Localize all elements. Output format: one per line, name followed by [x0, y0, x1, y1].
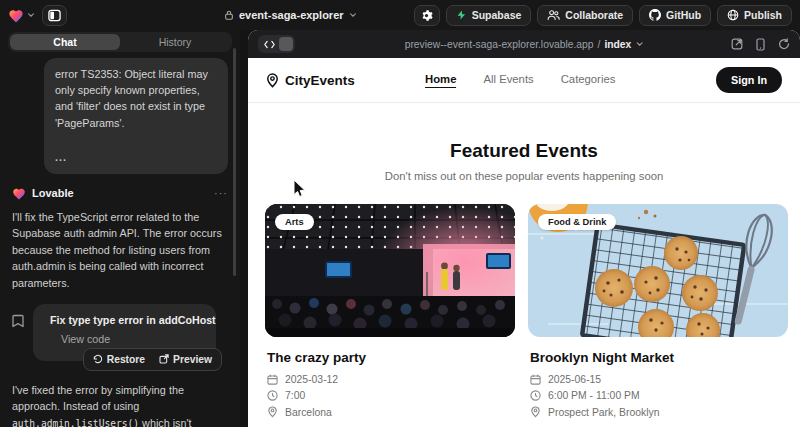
preview-label: Preview [173, 354, 212, 365]
smartphone-icon [756, 38, 765, 51]
supabase-bolt-icon [456, 9, 467, 21]
panel-left-icon [48, 9, 61, 22]
site-nav: Home All Events Categories [425, 73, 615, 88]
inline-code: auth.admin.listUsers() [12, 418, 139, 427]
open-in-new-tab-button[interactable] [731, 38, 743, 50]
message-ellipsis: ... [55, 149, 217, 165]
category-badge[interactable]: Food & Drink [538, 214, 616, 230]
sidebar-toggle-button[interactable] [42, 5, 67, 26]
event-date: 2025-06-15 [548, 374, 601, 385]
people-icon [547, 9, 560, 21]
featured-section-header: Featured Events Don't miss out on these … [248, 140, 800, 182]
code-icon [264, 40, 275, 49]
globe-icon [727, 9, 739, 21]
sidebar-scrollbar[interactable] [233, 48, 236, 276]
assistant-message: Lovable ··· I'll fix the TypeScript erro… [12, 187, 228, 427]
clock-icon [530, 390, 541, 401]
calendar-icon [267, 374, 278, 385]
supabase-button[interactable]: Supabase [446, 5, 532, 26]
collaborate-button[interactable]: Collaborate [537, 5, 633, 26]
tab-chat[interactable]: Chat [10, 34, 120, 50]
tab-history[interactable]: History [120, 34, 230, 50]
gear-icon [420, 9, 433, 22]
refresh-button[interactable] [778, 38, 790, 50]
github-button[interactable]: GitHub [639, 5, 711, 26]
external-link-icon [731, 38, 743, 50]
preview-version-button[interactable]: Preview [152, 351, 219, 368]
event-cards: Arts The crazy party 2025-03-12 7:00 Bar… [248, 182, 800, 418]
preview-mode-indicator [279, 37, 293, 51]
chat-messages[interactable]: error TS2353: Object literal may only sp… [0, 52, 240, 427]
project-name: event-saga-explorer [239, 9, 344, 21]
preview-panel: preview--event-saga-explorer.lovable.app… [248, 30, 800, 427]
publish-label: Publish [744, 9, 782, 21]
assistant-summary-text: I've fixed the error by simplifying the … [12, 382, 228, 427]
map-pin-icon [530, 406, 541, 418]
mobile-view-button[interactable] [756, 38, 765, 51]
fix-card-title: Fix type type error in addCoHost [50, 314, 216, 326]
event-image-conference: Arts [265, 204, 515, 337]
map-pin-icon [266, 73, 279, 88]
chevron-down-icon [635, 40, 643, 48]
event-title[interactable]: The crazy party [267, 350, 513, 365]
site-header: CityEvents Home All Events Categories Si… [248, 58, 800, 103]
restore-label: Restore [107, 354, 145, 365]
summary-text: I've fixed the error by simplifying the … [12, 384, 184, 412]
section-title: Featured Events [248, 140, 800, 162]
event-card[interactable]: Food & Drink Brooklyn Night Market 2025-… [528, 204, 788, 418]
settings-button[interactable] [414, 5, 440, 26]
event-location: Prospect Park, Brooklyn [548, 407, 659, 418]
refresh-icon [778, 38, 790, 50]
sign-in-button[interactable]: Sign In [716, 67, 782, 93]
lovable-heart-icon [12, 187, 26, 200]
map-pin-icon [267, 406, 278, 418]
project-switcher[interactable]: event-saga-explorer [224, 0, 357, 30]
restore-icon [93, 354, 103, 364]
github-label: GitHub [666, 9, 701, 21]
site-logo[interactable]: CityEvents [266, 73, 355, 88]
publish-button[interactable]: Publish [717, 5, 792, 26]
view-code-link[interactable]: View code [61, 333, 205, 345]
external-link-icon [159, 354, 169, 364]
preview-url[interactable]: preview--event-saga-explorer.lovable.app… [405, 39, 644, 50]
lovable-topbar: event-saga-explorer Supabase Collaborate… [0, 0, 800, 30]
nav-home[interactable]: Home [425, 73, 456, 88]
user-message-bubble: error TS2353: Object literal may only sp… [44, 58, 228, 174]
event-time: 7:00 [285, 390, 305, 401]
section-subtitle: Don't miss out on these popular events h… [248, 170, 800, 182]
code-preview-toggle[interactable] [258, 35, 295, 53]
message-menu-icon[interactable]: ··· [214, 187, 228, 199]
chevron-down-icon [349, 11, 357, 19]
event-location: Barcelona [285, 407, 332, 418]
preview-toolbar: preview--event-saga-explorer.lovable.app… [248, 30, 800, 58]
restore-button[interactable]: Restore [86, 351, 152, 368]
event-title[interactable]: Brooklyn Night Market [530, 350, 786, 365]
category-badge[interactable]: Arts [275, 214, 314, 230]
event-time: 6:00 PM - 11:00 PM [548, 390, 640, 401]
user-error-text: error TS2353: Object literal may only sp… [55, 66, 217, 131]
event-image-cookies: Food & Drink [528, 204, 788, 337]
event-card[interactable]: Arts The crazy party 2025-03-12 7:00 Bar… [265, 204, 515, 418]
lock-icon [224, 9, 234, 21]
site-brand-name: CityEvents [285, 73, 355, 88]
clock-icon [267, 390, 278, 401]
event-date: 2025-03-12 [285, 374, 338, 385]
github-icon [649, 9, 661, 21]
bookmark-icon[interactable] [12, 314, 24, 328]
nav-categories[interactable]: Categories [561, 73, 616, 88]
calendar-icon [530, 374, 541, 385]
collaborate-label: Collaborate [565, 9, 623, 21]
chat-history-tabs: Chat History [8, 32, 232, 52]
assistant-name: Lovable [32, 187, 74, 199]
url-separator: / [598, 39, 601, 50]
cityevents-app: CityEvents Home All Events Categories Si… [248, 58, 800, 427]
lovable-logo-menu[interactable] [8, 8, 35, 23]
chevron-down-icon [27, 11, 35, 19]
url-host: preview--event-saga-explorer.lovable.app [405, 39, 594, 50]
code-change-card[interactable]: Fix type type error in addCoHost View co… [33, 304, 216, 361]
lovable-heart-icon [8, 8, 24, 23]
restore-preview-toolbar: Restore Preview [83, 348, 222, 371]
url-page: index [604, 39, 631, 50]
supabase-label: Supabase [472, 9, 522, 21]
nav-all-events[interactable]: All Events [483, 73, 533, 88]
